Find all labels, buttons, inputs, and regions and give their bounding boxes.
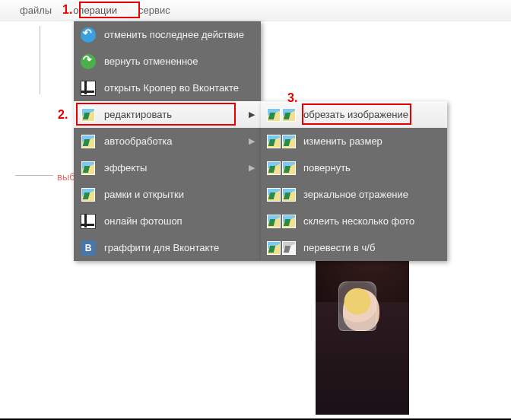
menu-files[interactable]: файлы [9, 2, 62, 19]
submenu-item-label: перевести в ч/б [303, 242, 375, 253]
menu-item-label: онлайн фотошоп [104, 215, 255, 227]
submenu-arrow-icon: ▶ [249, 163, 255, 173]
menu-item-label: автообработка [104, 135, 249, 147]
menu-item-label: редактировать [104, 109, 249, 120]
menu-item-label: граффити для Вконтакте [104, 242, 255, 253]
thumb-pair-icon [267, 215, 296, 228]
bg-select-text: выб [57, 171, 75, 183]
submenu-arrow-icon: ▶ [249, 110, 255, 119]
crop-icon [80, 80, 97, 97]
menu-operations[interactable]: операции [62, 2, 128, 19]
thumb-icon [80, 107, 97, 123]
bg-divider [15, 175, 53, 176]
menu-item-label: эффекты [104, 162, 249, 173]
thumb-icon [80, 160, 97, 177]
menubar: файлы операции сервис [0, 0, 511, 21]
menu-item-label: рамки и открытки [104, 189, 255, 200]
thumb-pair-icon [267, 188, 296, 202]
submenu-bw[interactable]: перевести в ч/б [261, 234, 447, 261]
menu-item-label: отменить последнее действие [104, 29, 255, 40]
menu-open-kroper-vk[interactable]: открыть Кропер во Вконтакте [74, 75, 261, 101]
menu-frames[interactable]: рамки и открытки [74, 181, 261, 208]
operations-dropdown: отменить последнее действие вернуть отме… [74, 21, 261, 261]
thumb-pair-icon [267, 108, 296, 122]
submenu-item-label: повернуть [303, 162, 351, 173]
undo-icon [80, 27, 97, 43]
menu-item-label: вернуть отмененное [104, 56, 255, 67]
menu-auto-process[interactable]: автообработка ▶ [74, 128, 261, 154]
submenu-mirror[interactable]: зеркальное отражение [261, 181, 447, 208]
edit-submenu: обрезать изображение изменить размер пов… [261, 101, 447, 261]
menu-effects[interactable]: эффекты ▶ [74, 154, 261, 181]
thumb-pair-icon [267, 161, 296, 175]
submenu-rotate[interactable]: повернуть [261, 154, 447, 181]
thumb-pair-icon [267, 135, 296, 148]
vk-icon: B [80, 240, 97, 256]
menu-graffiti-vk[interactable]: B граффити для Вконтакте [74, 234, 261, 261]
annotation-2: 2. [58, 108, 68, 122]
submenu-crop[interactable]: обрезать изображение [261, 101, 447, 128]
submenu-item-label: зеркальное отражение [303, 189, 408, 200]
thumb-icon [80, 186, 97, 203]
thumb-icon [80, 133, 97, 150]
submenu-merge[interactable]: склеить несколько фото [261, 208, 447, 234]
submenu-resize[interactable]: изменить размер [261, 128, 447, 154]
menu-undo[interactable]: отменить последнее действие [74, 21, 261, 48]
crop-icon [80, 213, 97, 230]
bg-divider [40, 26, 40, 94]
menu-item-label: открыть Кропер во Вконтакте [104, 82, 255, 94]
thumb-pair-icon [267, 241, 296, 255]
menu-online-photoshop[interactable]: онлайн фотошоп [74, 208, 261, 234]
submenu-arrow-icon: ▶ [249, 136, 255, 146]
redo-icon [80, 53, 97, 70]
submenu-item-label: изменить размер [303, 135, 382, 147]
menu-service[interactable]: сервис [128, 2, 181, 19]
submenu-item-label: обрезать изображение [303, 109, 408, 120]
menu-edit[interactable]: редактировать ▶ [74, 101, 261, 128]
menu-redo[interactable]: вернуть отмененное [74, 48, 261, 75]
submenu-item-label: склеить несколько фото [303, 215, 414, 227]
